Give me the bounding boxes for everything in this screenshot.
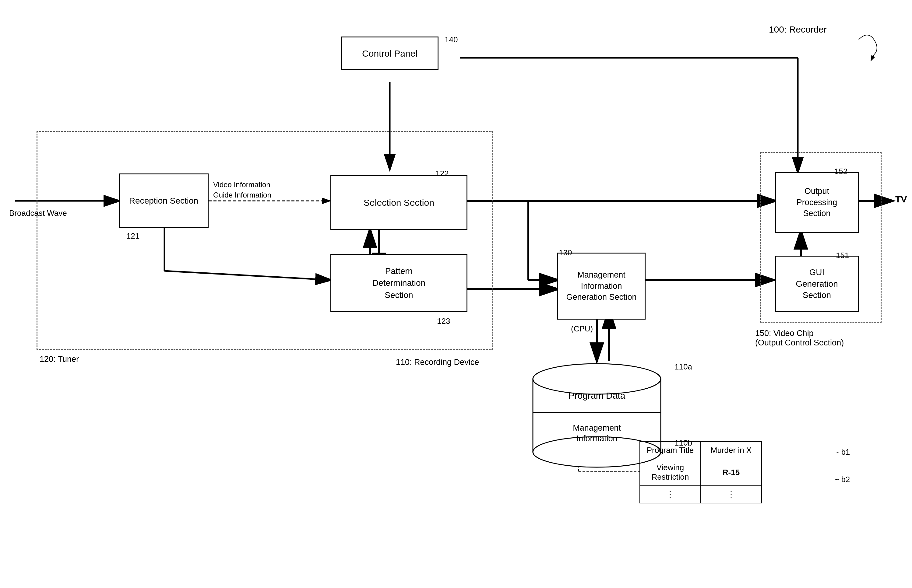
reception-section-box: Reception Section [119, 173, 209, 228]
svg-text:Information: Information [576, 434, 617, 443]
management-info-box: Management Information Generation Sectio… [557, 253, 645, 320]
tv-label: TV [895, 194, 907, 205]
diagram: 100: Recorder Control Panel 140 120: Tun… [0, 0, 912, 588]
b2-label: ~ b2 [834, 475, 850, 484]
tuner-dashed-box [37, 131, 493, 350]
pattern-determination-ref: 123 [437, 317, 450, 326]
gui-generation-ref: 151 [836, 251, 849, 260]
svg-point-29 [533, 364, 661, 394]
recorder-label: 100: Recorder [769, 24, 827, 35]
video-info-label: Video Information Guide Information [213, 179, 271, 200]
b1-label: ~ b1 [834, 447, 850, 457]
tuner-label: 120: Tuner [40, 355, 79, 364]
video-chip-label: 150: Video Chip (Output Control Section) [755, 329, 844, 347]
management-info-table: Program Title Murder in X ViewingRestric… [639, 441, 762, 503]
broadcast-wave-label: Broadcast Wave [9, 208, 67, 218]
table-cell-program-title-value: Murder in X [701, 442, 762, 459]
reception-section-ref: 121 [126, 231, 139, 241]
management-info-ref: 130 [559, 248, 572, 257]
control-panel-box: Control Panel [341, 37, 438, 70]
cpu-label: (CPU) [571, 324, 593, 334]
table-row-1: Program Title Murder in X [640, 442, 762, 459]
selection-section-ref: 122 [435, 169, 448, 178]
recording-device-label: 110: Recording Device [396, 358, 479, 367]
table-cell-dots-1: ⋮ [640, 486, 701, 503]
table-row-2: ViewingRestriction R-15 [640, 459, 762, 486]
control-panel-ref: 140 [445, 35, 458, 44]
pattern-determination-box: Pattern Determination Section [330, 254, 467, 312]
svg-line-27 [871, 55, 874, 61]
svg-text:Management: Management [573, 423, 621, 433]
table-cell-viewing-restriction-label: ViewingRestriction [640, 459, 701, 486]
output-processing-box: Output Processing Section [775, 172, 859, 233]
table-cell-dots-2: ⋮ [701, 486, 762, 503]
svg-text:Program Data: Program Data [569, 391, 626, 401]
output-processing-ref: 152 [834, 167, 847, 176]
table-row-3: ⋮ ⋮ [640, 486, 762, 503]
table-cell-program-title-label: Program Title [640, 442, 701, 459]
selection-section-box: Selection Section [330, 175, 467, 230]
cylinder-ref-a: 110a [674, 362, 692, 372]
gui-generation-box: GUI Generation Section [775, 256, 859, 312]
table-cell-viewing-restriction-value: R-15 [701, 459, 762, 486]
